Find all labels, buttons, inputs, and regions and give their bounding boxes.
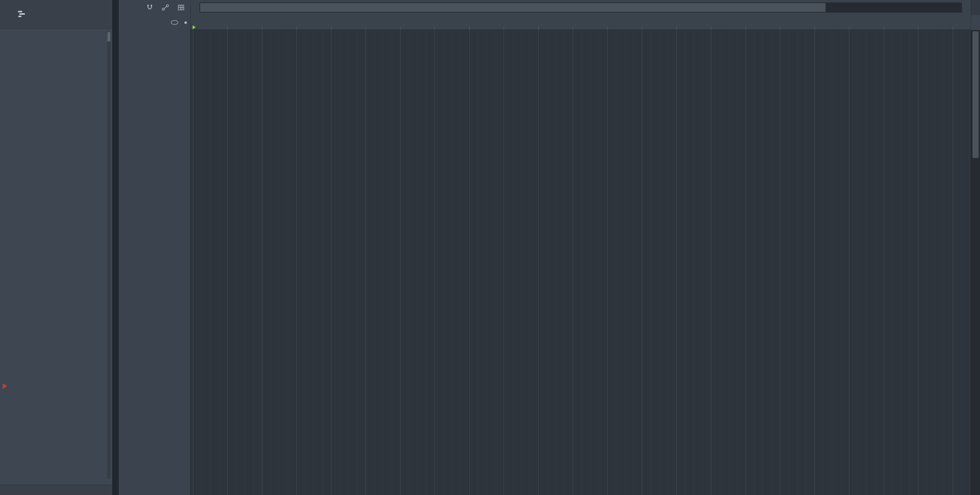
pattern-picker-panel bbox=[0, 0, 113, 495]
toggle-indicator-dot bbox=[185, 21, 187, 24]
view-grid-icon[interactable] bbox=[177, 4, 185, 11]
scrollbar-corner bbox=[971, 0, 980, 15]
picker-scrollbar-thumb[interactable] bbox=[108, 32, 110, 41]
track-header-column bbox=[119, 30, 191, 495]
playlist-grid[interactable] bbox=[191, 30, 971, 495]
snap-magnet-icon[interactable] bbox=[146, 4, 153, 11]
vertical-scrollbar[interactable] bbox=[971, 30, 980, 495]
playlist-toolbar bbox=[119, 0, 191, 30]
scroll-left-icon[interactable] bbox=[191, 0, 199, 15]
hscrollbar-thumb-minimap[interactable] bbox=[200, 3, 826, 12]
fl-studio-playlist-window bbox=[0, 0, 980, 495]
playlist-tool-icons bbox=[119, 0, 190, 15]
hscrollbar-track[interactable] bbox=[199, 2, 962, 13]
pattern-list bbox=[0, 29, 112, 485]
picker-scrollbar[interactable] bbox=[107, 31, 111, 479]
playlist-panel bbox=[119, 0, 980, 495]
playback-start-marker[interactable] bbox=[192, 25, 196, 29]
playlist-menu-button[interactable] bbox=[971, 15, 980, 30]
current-pattern-marker bbox=[3, 384, 7, 389]
slide-tool-icon[interactable] bbox=[162, 4, 169, 11]
step-slide-toggle[interactable] bbox=[171, 20, 178, 25]
timeline-ticks bbox=[191, 27, 971, 30]
scroll-right-icon[interactable] bbox=[962, 0, 971, 15]
step-slide-toolbar bbox=[119, 15, 190, 30]
horizontal-scrollbar[interactable] bbox=[191, 0, 971, 15]
picker-footer bbox=[0, 485, 112, 495]
pattern-picker-icon[interactable] bbox=[17, 10, 26, 18]
grid-rows bbox=[191, 30, 971, 495]
picker-header bbox=[0, 0, 112, 29]
timeline-ruler[interactable] bbox=[191, 15, 971, 30]
vscrollbar-thumb[interactable] bbox=[972, 31, 978, 158]
